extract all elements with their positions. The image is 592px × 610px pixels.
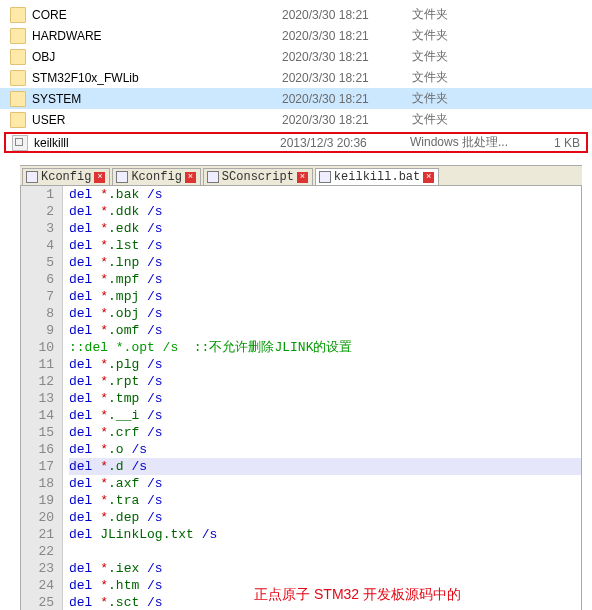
file-type: 文件夹 xyxy=(402,48,532,65)
code-line: del *.crf /s xyxy=(69,424,581,441)
code-line: del *.rpt /s xyxy=(69,373,581,390)
tab[interactable]: keilkill.bat× xyxy=(315,168,439,185)
file-row[interactable]: STM32F10x_FWLib2020/3/30 18:21文件夹 xyxy=(0,67,592,88)
code-line: del *.ddk /s xyxy=(69,203,581,220)
code-line: del *.dep /s xyxy=(69,509,581,526)
file-date: 2013/12/3 20:36 xyxy=(280,136,400,150)
line-number: 5 xyxy=(25,254,54,271)
line-number: 2 xyxy=(25,203,54,220)
line-number: 24 xyxy=(25,577,54,594)
line-number: 18 xyxy=(25,475,54,492)
line-number: 23 xyxy=(25,560,54,577)
tab[interactable]: Kconfig× xyxy=(112,168,200,185)
file-list: CORE2020/3/30 18:21文件夹HARDWARE2020/3/30 … xyxy=(0,0,592,159)
code-line: ::del *.opt /s ::不允许删除JLINK的设置 xyxy=(69,339,581,356)
close-icon[interactable]: × xyxy=(297,172,308,183)
folder-icon xyxy=(10,70,26,86)
line-number: 16 xyxy=(25,441,54,458)
tab-label: Kconfig xyxy=(131,170,181,184)
file-size: 1 KB xyxy=(530,136,580,150)
code-content[interactable]: del *.bak /sdel *.ddk /sdel *.edk /sdel … xyxy=(63,186,581,610)
code-line: del *.mpj /s xyxy=(69,288,581,305)
tab-label: SConscript xyxy=(222,170,294,184)
code-line: del *.o /s xyxy=(69,441,581,458)
line-number: 15 xyxy=(25,424,54,441)
file-name: USER xyxy=(32,113,282,127)
file-row[interactable]: USER2020/3/30 18:21文件夹 xyxy=(0,109,592,130)
file-date: 2020/3/30 18:21 xyxy=(282,113,402,127)
line-number: 8 xyxy=(25,305,54,322)
file-icon xyxy=(26,171,38,183)
file-date: 2020/3/30 18:21 xyxy=(282,71,402,85)
tab-bar: Kconfig×Kconfig×SConscript×keilkill.bat× xyxy=(20,166,582,186)
tab[interactable]: SConscript× xyxy=(203,168,313,185)
line-number: 21 xyxy=(25,526,54,543)
line-number: 17 xyxy=(25,458,54,475)
file-type: 文件夹 xyxy=(402,6,532,23)
file-type: Windows 批处理... xyxy=(400,134,530,151)
file-type: 文件夹 xyxy=(402,69,532,86)
line-number: 3 xyxy=(25,220,54,237)
file-row[interactable]: CORE2020/3/30 18:21文件夹 xyxy=(0,4,592,25)
annotation-line1: 正点原子 STM32 开发板源码中的 xyxy=(254,586,461,602)
tab-label: keilkill.bat xyxy=(334,170,420,184)
line-number: 12 xyxy=(25,373,54,390)
file-row[interactable]: SYSTEM2020/3/30 18:21文件夹 xyxy=(0,88,592,109)
line-number: 19 xyxy=(25,492,54,509)
line-number: 7 xyxy=(25,288,54,305)
file-icon xyxy=(207,171,219,183)
code-line: del *.mpf /s xyxy=(69,271,581,288)
file-name: CORE xyxy=(32,8,282,22)
file-name: HARDWARE xyxy=(32,29,282,43)
code-line: del *.omf /s xyxy=(69,322,581,339)
batch-file-icon xyxy=(12,135,28,151)
file-date: 2020/3/30 18:21 xyxy=(282,50,402,64)
code-line: del *.__i /s xyxy=(69,407,581,424)
code-line: del *.lst /s xyxy=(69,237,581,254)
line-gutter: 1234567891011121314151617181920212223242… xyxy=(21,186,63,610)
file-row[interactable]: HARDWARE2020/3/30 18:21文件夹 xyxy=(0,25,592,46)
code-line: del *.plg /s xyxy=(69,356,581,373)
line-number: 10 xyxy=(25,339,54,356)
line-number: 6 xyxy=(25,271,54,288)
file-type: 文件夹 xyxy=(402,27,532,44)
line-number: 1 xyxy=(25,186,54,203)
line-number: 13 xyxy=(25,390,54,407)
file-type: 文件夹 xyxy=(402,90,532,107)
code-line: del *.tra /s xyxy=(69,492,581,509)
code-line: del JLinkLog.txt /s xyxy=(69,526,581,543)
file-row[interactable]: keilkilll2013/12/3 20:36Windows 批处理...1 … xyxy=(4,132,588,153)
line-number: 11 xyxy=(25,356,54,373)
close-icon[interactable]: × xyxy=(94,172,105,183)
line-number: 20 xyxy=(25,509,54,526)
code-area: 1234567891011121314151617181920212223242… xyxy=(20,186,582,610)
code-line: del *.tmp /s xyxy=(69,390,581,407)
code-line: del *.obj /s xyxy=(69,305,581,322)
file-icon xyxy=(116,171,128,183)
file-date: 2020/3/30 18:21 xyxy=(282,8,402,22)
file-name: STM32F10x_FWLib xyxy=(32,71,282,85)
folder-icon xyxy=(10,28,26,44)
file-icon xyxy=(319,171,331,183)
folder-icon xyxy=(10,112,26,128)
file-row[interactable]: OBJ2020/3/30 18:21文件夹 xyxy=(0,46,592,67)
folder-icon xyxy=(10,49,26,65)
file-name: OBJ xyxy=(32,50,282,64)
file-name: SYSTEM xyxy=(32,92,282,106)
file-type: 文件夹 xyxy=(402,111,532,128)
file-name: keilkilll xyxy=(34,136,280,150)
close-icon[interactable]: × xyxy=(185,172,196,183)
file-date: 2020/3/30 18:21 xyxy=(282,29,402,43)
tab[interactable]: Kconfig× xyxy=(22,168,110,185)
line-number: 14 xyxy=(25,407,54,424)
close-icon[interactable]: × xyxy=(423,172,434,183)
code-line: del *.edk /s xyxy=(69,220,581,237)
tab-label: Kconfig xyxy=(41,170,91,184)
line-number: 25 xyxy=(25,594,54,610)
code-line: del *.bak /s xyxy=(69,186,581,203)
code-line: del *.axf /s xyxy=(69,475,581,492)
line-number: 22 xyxy=(25,543,54,560)
code-line: del *.d /s xyxy=(69,458,581,475)
line-number: 4 xyxy=(25,237,54,254)
file-date: 2020/3/30 18:21 xyxy=(282,92,402,106)
